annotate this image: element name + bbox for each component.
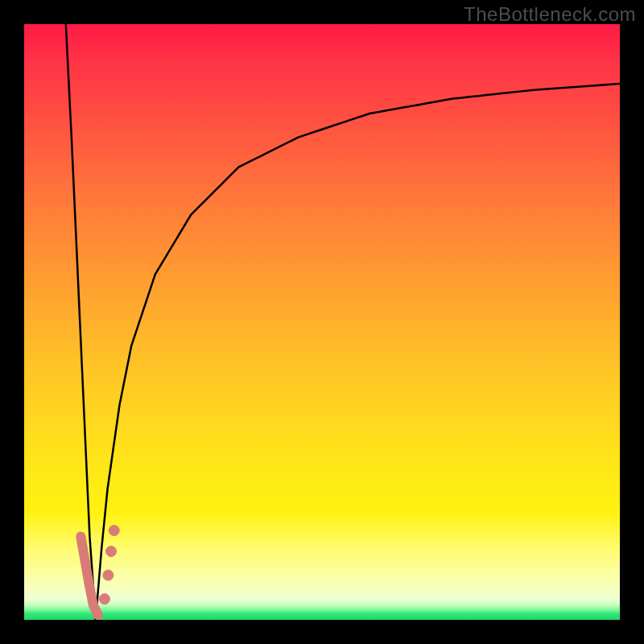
watermark-text: TheBottleneck.com bbox=[464, 3, 636, 26]
marker-dot bbox=[106, 546, 117, 556]
plot-area bbox=[24, 24, 620, 620]
marker-dot bbox=[109, 526, 119, 536]
curve-layer bbox=[24, 24, 620, 620]
marker-dot bbox=[103, 570, 114, 580]
right-branch-curve bbox=[96, 84, 620, 620]
marker-stroke-left bbox=[80, 536, 97, 615]
chart-frame: TheBottleneck.com bbox=[0, 0, 644, 644]
marker-dot bbox=[99, 594, 109, 605]
left-branch-curve bbox=[66, 24, 96, 620]
